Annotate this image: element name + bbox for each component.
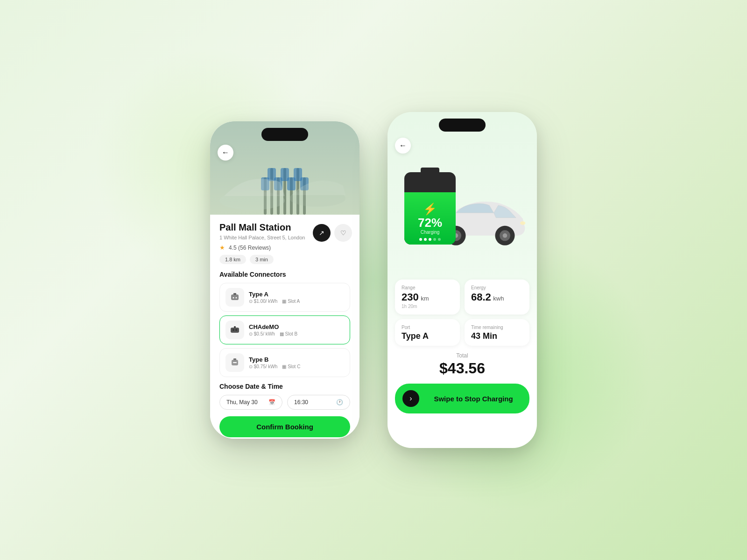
connector-chademo[interactable]: CHAdeMO ⊙ $0.5/ kWh ▦ Slot B	[219, 315, 350, 344]
battery-terminal	[421, 168, 439, 172]
connector-info-b: Type B ⊙ $0.75/ kWh ▦ Slot C	[249, 356, 344, 369]
time-remaining-value: 43 Min	[471, 332, 523, 340]
dot-2	[424, 238, 427, 241]
dynamic-island-2	[439, 119, 486, 132]
time-value: 16:30	[294, 399, 308, 406]
price-b: ⊙ $0.75/ kWh	[249, 364, 277, 369]
phone1-content: Pall Mall Station 1 White Hall Palace, S…	[210, 215, 359, 439]
svg-point-5	[236, 297, 237, 299]
svg-point-4	[233, 297, 234, 299]
connector-info-a: Type A ⊙ $1.00/ kWh ▦ Slot A	[249, 291, 344, 304]
svg-point-8	[235, 329, 237, 331]
svg-point-19	[520, 221, 525, 225]
datetime-section: Choose Date & Time Thu, May 30 📅 16:30 🕐	[219, 383, 350, 410]
battery-status: Charging	[421, 230, 440, 235]
svg-rect-12	[233, 362, 237, 363]
rating-value: 4.5 (56 Reviews)	[229, 245, 271, 251]
connectors-section-title: Available Connectors	[219, 271, 350, 278]
range-label: Range	[402, 285, 453, 290]
swipe-button-label: Swipe to Stop Charging	[425, 395, 522, 403]
connector-name-a: Type A	[249, 291, 344, 298]
port-value: Type A	[402, 332, 453, 340]
action-buttons: ↗ ♡	[313, 224, 352, 242]
clock-icon: 🕐	[336, 399, 343, 406]
slot-chademo: ▦ Slot B	[280, 331, 297, 336]
connector-type-a[interactable]: Type A ⊙ $1.00/ kWh ▦ Slot A	[219, 283, 350, 312]
connector-meta-a: ⊙ $1.00/ kWh ▦ Slot A	[249, 299, 344, 304]
svg-rect-6	[231, 328, 239, 333]
connector-meta-chademo: ⊙ $0.5/ kWh ▦ Slot B	[249, 331, 344, 336]
calendar-icon: 📅	[268, 399, 275, 406]
svg-point-7	[233, 329, 234, 331]
dot-1	[419, 238, 422, 241]
back-arrow-icon-2: ←	[399, 141, 407, 150]
dynamic-island-1	[261, 128, 308, 141]
connector-icon-b	[226, 353, 244, 372]
phones-container: ← ↗ ♡ Pall Mall Station 1 White Hall Pal…	[210, 112, 537, 448]
battery-fill: ⚡ 72% Charging	[404, 192, 456, 245]
range-value: 230 km	[402, 292, 453, 302]
battery-scene: ⚡ 72% Charging	[395, 158, 529, 280]
connector-type-b[interactable]: Type B ⊙ $0.75/ kWh ▦ Slot C	[219, 348, 350, 377]
slot-b: ▦ Slot C	[282, 364, 300, 369]
price-a: ⊙ $1.00/ kWh	[249, 299, 277, 304]
time-remaining-label: Time remaining	[471, 325, 523, 330]
pills-row: 1.8 km 3 min	[219, 255, 350, 264]
phone-booking: ← ↗ ♡ Pall Mall Station 1 White Hall Pal…	[210, 121, 359, 439]
time-input[interactable]: 16:30 🕐	[287, 395, 350, 410]
price-chademo: ⊙ $0.5/ kWh	[249, 331, 275, 336]
star-icon: ★	[219, 244, 225, 251]
svg-rect-9	[234, 326, 236, 328]
stat-port: Port Type A	[395, 319, 460, 346]
connector-meta-b: ⊙ $0.75/ kWh ▦ Slot C	[249, 364, 344, 369]
stats-grid: Range 230 km 1h 20m Energy 68.2 kwh Port	[395, 280, 529, 346]
share-icon: ↗	[319, 229, 324, 237]
back-button-2[interactable]: ←	[395, 138, 411, 154]
charging-bolt-icon: ⚡	[423, 203, 437, 216]
svg-rect-2	[231, 294, 239, 300]
connector-icon-chademo	[226, 321, 244, 339]
swipe-arrow-icon: ›	[402, 390, 419, 407]
date-input[interactable]: Thu, May 30 📅	[219, 395, 282, 410]
share-button[interactable]: ↗	[313, 224, 331, 242]
phone2-content: ⚡ 72% Charging	[388, 158, 537, 413]
connector-name-chademo: CHAdeMO	[249, 323, 344, 330]
connector-icon-a	[226, 288, 244, 307]
slot-a: ▦ Slot A	[282, 299, 300, 304]
dot-4	[433, 238, 436, 241]
confirm-booking-button[interactable]: Confirm Booking	[219, 416, 350, 437]
phone-charging: ←	[388, 112, 537, 448]
total-amount: $43.56	[395, 360, 529, 377]
total-label: Total	[395, 352, 529, 359]
energy-label: Energy	[471, 285, 523, 290]
datetime-section-title: Choose Date & Time	[219, 383, 350, 390]
energy-value: 68.2 kwh	[471, 292, 523, 302]
dot-3	[429, 238, 431, 241]
stat-time-remaining: Time remaining 43 Min	[465, 319, 529, 346]
connector-info-chademo: CHAdeMO ⊙ $0.5/ kWh ▦ Slot B	[249, 323, 344, 336]
time-pill: 3 min	[250, 255, 274, 264]
back-arrow-icon-1: ←	[222, 148, 229, 157]
dot-5	[438, 238, 441, 241]
svg-rect-3	[233, 293, 236, 295]
connector-name-b: Type B	[249, 356, 344, 363]
swipe-stop-button[interactable]: › Swipe to Stop Charging	[395, 384, 529, 413]
back-button-1[interactable]: ←	[218, 145, 233, 161]
stat-range: Range 230 km 1h 20m	[395, 280, 460, 315]
stat-energy: Energy 68.2 kwh	[465, 280, 529, 315]
battery-outer: ⚡ 72% Charging	[404, 172, 456, 245]
svg-point-18	[503, 233, 507, 238]
heart-icon: ♡	[340, 229, 346, 237]
total-section: Total $43.56	[395, 352, 529, 377]
range-sub: 1h 20m	[402, 304, 453, 309]
datetime-inputs: Thu, May 30 📅 16:30 🕐	[219, 395, 350, 410]
svg-rect-11	[233, 358, 236, 360]
port-label: Port	[402, 325, 453, 330]
rating-row: ★ 4.5 (56 Reviews)	[219, 244, 350, 251]
battery-percent: 72%	[418, 217, 442, 229]
battery-indicator: ⚡ 72% Charging	[404, 168, 456, 247]
progress-dots	[419, 238, 441, 241]
favorite-button[interactable]: ♡	[334, 224, 352, 242]
date-value: Thu, May 30	[226, 399, 258, 406]
distance-pill: 1.8 km	[219, 255, 246, 264]
